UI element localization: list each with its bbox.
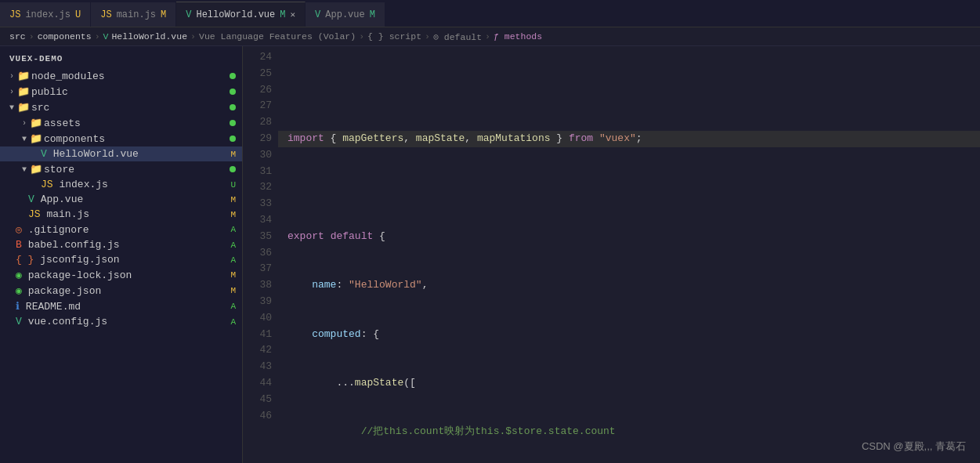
close-icon[interactable]: ✕ (290, 9, 295, 20)
sidebar-item-assets[interactable]: › 📁 assets (0, 115, 242, 131)
tab-index-js[interactable]: JS index.js U (0, 2, 91, 27)
helloworld-label: HelloWorld.vue (53, 148, 231, 160)
public-label: public (31, 86, 230, 98)
bc-sep4: › (359, 31, 364, 42)
sidebar-item-vue-config[interactable]: › V vue.config.js A (0, 314, 242, 329)
bc-sep2: › (95, 31, 100, 42)
arrow-icon: ▼ (22, 135, 27, 143)
code-editor: 24 25 26 27 28 29 30 31 32 33 34 35 36 3… (243, 46, 980, 463)
pkg-icon: ◉ (16, 284, 22, 297)
badge: M (230, 210, 236, 219)
readme-icon: ℹ (16, 300, 20, 313)
bc-vue-icon-small: V (103, 31, 109, 42)
status-dot (230, 120, 236, 126)
code-line-28: computed: { (278, 327, 980, 343)
badge: A (230, 241, 236, 250)
node-modules-label: node_modules (31, 71, 230, 82)
tab-main-badge: M (161, 9, 166, 20)
sidebar-item-public[interactable]: › 📁 public (0, 84, 242, 99)
sidebar-item-src[interactable]: ▼ 📁 src (0, 99, 242, 115)
sidebar-item-app-vue[interactable]: › V App.vue M (0, 192, 242, 207)
sidebar-title: VUEX-DEMO (0, 49, 242, 68)
bc-volar: Vue Language Features (Volar) (199, 31, 356, 42)
bc-methods: ƒ methods (494, 31, 542, 42)
js-icon: JS (41, 179, 53, 190)
tab-app-vue-label: App.vue (325, 9, 364, 20)
sidebar-item-jsconfig[interactable]: › { } jsconfig.json A (0, 252, 242, 267)
status-dot (230, 73, 236, 79)
status-dot (230, 136, 236, 142)
app-vue-label: App.vue (41, 194, 231, 205)
gitignore-label: .gitignore (28, 224, 231, 236)
folder-icon: 📁 (28, 132, 44, 145)
code-scroll[interactable]: 24 25 26 27 28 29 30 31 32 33 34 35 36 3… (243, 46, 980, 463)
babel-label: babel.config.js (28, 239, 231, 251)
bc-src: src (9, 31, 26, 42)
json-icon: { } (16, 254, 34, 266)
arrow-icon: ▼ (9, 103, 14, 112)
bc-sep1: › (29, 31, 34, 42)
vue-icon: V (16, 316, 22, 327)
main-area: VUEX-DEMO › 📁 node_modules › 📁 public ▼ … (0, 46, 980, 463)
bc-helloworld: HelloWorld.vue (111, 31, 187, 42)
pkg-lock-label: package-lock.json (28, 269, 231, 281)
badge: A (230, 302, 236, 311)
pkg-icon: ◉ (16, 269, 22, 281)
folder-icon: 📁 (28, 163, 44, 175)
bc-sep3: › (190, 31, 196, 42)
badge: M (230, 270, 236, 280)
bc-components: components (38, 31, 92, 42)
folder-icon: 📁 (16, 85, 31, 98)
components-label: components (44, 133, 230, 145)
status-dot (230, 104, 236, 110)
badge: M (230, 150, 236, 159)
sidebar-item-gitignore[interactable]: › ◎ .gitignore A (0, 222, 242, 237)
bc-sep5: › (425, 31, 430, 42)
vue-icon: V (41, 148, 47, 160)
breadcrumb: src › components › V HelloWorld.vue › Vu… (0, 27, 980, 46)
badge: A (230, 317, 236, 327)
code-line-30: //把this.count映射为this.$store.state.count (278, 424, 980, 440)
sidebar-item-store[interactable]: ▼ 📁 store (0, 161, 242, 177)
status-dot (230, 89, 236, 95)
tab-app-badge: M (370, 9, 375, 20)
babel-icon: B (16, 239, 22, 251)
badge: M (230, 195, 236, 204)
sidebar-item-readme[interactable]: › ℹ README.md A (0, 298, 242, 314)
index-js-label: index.js (59, 179, 230, 190)
line-numbers: 24 25 26 27 28 29 30 31 32 33 34 35 36 3… (243, 46, 278, 463)
code-line-29: ...mapState([ (278, 375, 980, 392)
bc-script: { } script (367, 31, 421, 42)
tab-main-js-icon: JS (100, 9, 111, 20)
code-line-27: name: "HelloWorld", (278, 277, 980, 294)
arrow-icon: › (9, 72, 14, 81)
badge: A (230, 255, 236, 265)
sidebar-item-babel[interactable]: › B babel.config.js A (0, 237, 242, 252)
code-content: import { mapGetters, mapState, mapMutati… (278, 46, 980, 463)
folder-icon: 📁 (16, 101, 31, 114)
code-line-24: import { mapGetters, mapState, mapMutati… (278, 131, 980, 147)
main-js-label: main.js (46, 208, 230, 220)
tab-helloworld-vue[interactable]: V HelloWorld.vue M ✕ (176, 2, 306, 27)
tab-app-vue-icon: V (315, 9, 320, 20)
sidebar-item-components[interactable]: ▼ 📁 components (0, 131, 242, 146)
sidebar-item-index-js[interactable]: › JS index.js U (0, 177, 242, 192)
tab-main-js-label: main.js (117, 9, 156, 20)
git-icon: ◎ (16, 223, 22, 236)
js-icon: JS (28, 208, 41, 220)
arrow-icon: › (9, 88, 14, 96)
assets-label: assets (44, 118, 230, 129)
tab-main-js[interactable]: JS main.js M (91, 2, 176, 27)
tab-app-vue[interactable]: V App.vue M (306, 2, 385, 27)
sidebar-item-pkg[interactable]: › ◉ package.json M (0, 283, 242, 298)
sidebar: VUEX-DEMO › 📁 node_modules › 📁 public ▼ … (0, 46, 243, 463)
sidebar-item-pkg-lock[interactable]: › ◉ package-lock.json M (0, 267, 242, 283)
sidebar-item-main-js[interactable]: › JS main.js M (0, 207, 242, 222)
sidebar-item-helloworld[interactable]: › V HelloWorld.vue M (0, 146, 242, 161)
bc-default: ⊙ default (433, 31, 482, 42)
sidebar-item-node-modules[interactable]: › 📁 node_modules (0, 68, 242, 84)
arrow-icon: ▼ (22, 165, 27, 174)
arrow-icon: › (22, 119, 27, 128)
tab-index-js-label: index.js (25, 9, 71, 20)
tab-helloworld-label: HelloWorld.vue (196, 9, 275, 20)
